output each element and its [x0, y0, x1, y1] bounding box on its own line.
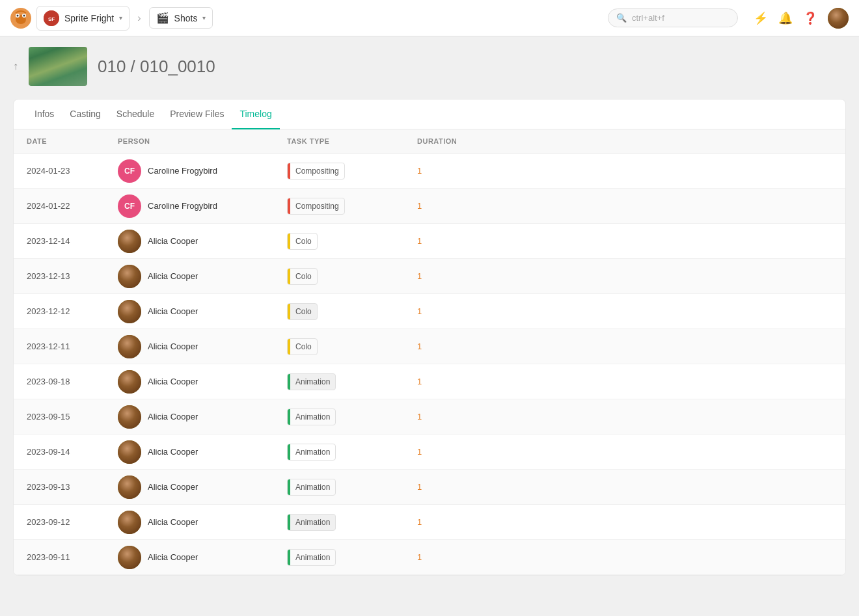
task-badge: Compositing [287, 198, 345, 215]
back-button[interactable]: ↑ [13, 60, 18, 72]
cell-duration: 1 [417, 306, 832, 316]
shots-selector[interactable]: 🎬 Shots ▾ [149, 7, 213, 29]
task-badge: Colo [287, 303, 318, 320]
task-badge: Colo [287, 268, 318, 285]
project-icon: SF [44, 10, 59, 26]
avatar [118, 546, 141, 569]
project-selector[interactable]: SF Sprite Fright ▾ [36, 6, 130, 31]
cell-task-type: Animation [287, 408, 417, 425]
task-label: Animation [290, 550, 335, 565]
avatar [118, 511, 141, 534]
cell-date: 2023-12-14 [27, 236, 118, 246]
avatar: CF [118, 194, 141, 218]
cell-date: 2023-09-15 [27, 412, 118, 422]
cell-date: 2023-12-12 [27, 306, 118, 316]
task-badge: Animation [287, 514, 336, 531]
svg-text:SF: SF [48, 16, 55, 22]
cell-duration: 1 [417, 447, 832, 457]
task-badge: Animation [287, 549, 336, 566]
cell-date: 2023-09-11 [27, 552, 118, 562]
help-icon[interactable]: ❓ [803, 11, 817, 25]
cell-duration: 1 [417, 552, 832, 562]
table-row: 2023-09-13Alicia CooperAnimation1 [14, 470, 845, 505]
task-label: Compositing [290, 164, 344, 178]
person-name: Alicia Cooper [148, 271, 198, 281]
table-row: 2023-12-13Alicia CooperColo1 [14, 259, 845, 294]
col-person: PERSON [118, 137, 287, 145]
task-badge: Animation [287, 479, 336, 496]
cell-person: Alicia Cooper [118, 265, 287, 288]
cell-task-type: Animation [287, 514, 417, 531]
tab-schedule[interactable]: Schedule [109, 100, 162, 129]
table-row: 2024-01-23CFCaroline FrogybirdCompositin… [14, 154, 845, 189]
task-label: Animation [290, 480, 335, 494]
cell-person: Alicia Cooper [118, 370, 287, 394]
bell-icon[interactable]: 🔔 [778, 11, 793, 25]
cell-task-type: Compositing [287, 198, 417, 215]
lightning-icon[interactable]: ⚡ [754, 11, 768, 25]
cell-duration: 1 [417, 201, 832, 211]
search-bar[interactable]: 🔍 ctrl+alt+f [608, 8, 738, 27]
breadcrumb-arrow: › [137, 12, 141, 24]
cell-task-type: Animation [287, 373, 417, 390]
cell-person: Alicia Cooper [118, 440, 287, 464]
shot-header: ↑ 010 / 010_0010 [13, 47, 846, 86]
tab-infos[interactable]: Infos [27, 100, 62, 129]
table-row: 2023-09-11Alicia CooperAnimation1 [14, 540, 845, 575]
cell-task-type: Animation [287, 479, 417, 496]
topbar: SF Sprite Fright ▾ › 🎬 Shots ▾ 🔍 ctrl+al… [0, 0, 859, 36]
table-row: 2023-09-15Alicia CooperAnimation1 [14, 399, 845, 435]
tab-preview-files[interactable]: Preview Files [162, 100, 232, 129]
cell-person: Alicia Cooper [118, 300, 287, 323]
cell-date: 2024-01-22 [27, 201, 118, 211]
cell-person: Alicia Cooper [118, 230, 287, 253]
cell-duration: 1 [417, 517, 832, 527]
avatar [118, 265, 141, 288]
table-row: 2023-09-12Alicia CooperAnimation1 [14, 505, 845, 540]
table-row: 2023-12-14Alicia CooperColo1 [14, 224, 845, 259]
task-label: Animation [290, 410, 335, 424]
user-avatar[interactable] [828, 8, 849, 29]
cell-person: Alicia Cooper [118, 511, 287, 534]
cell-date: 2023-12-13 [27, 271, 118, 281]
cell-duration: 1 [417, 412, 832, 422]
cell-task-type: Animation [287, 444, 417, 461]
cell-task-type: Compositing [287, 163, 417, 180]
cell-task-type: Colo [287, 303, 417, 320]
tab-timelog[interactable]: Timelog [232, 100, 279, 129]
avatar [118, 230, 141, 253]
cell-person: Alicia Cooper [118, 335, 287, 358]
app-logo[interactable] [10, 8, 31, 29]
main-card: Infos Casting Schedule Preview Files Tim… [13, 99, 846, 576]
table-row: 2023-09-18Alicia CooperAnimation1 [14, 364, 845, 399]
avatar [118, 370, 141, 394]
shots-label: Shots [174, 13, 198, 23]
shot-title: 010 / 010_0010 [98, 57, 215, 77]
cell-person: Alicia Cooper [118, 546, 287, 569]
avatar: CF [118, 159, 141, 183]
task-badge: Colo [287, 233, 318, 250]
avatar [118, 405, 141, 429]
cell-task-type: Colo [287, 338, 417, 355]
avatar [118, 335, 141, 358]
tab-casting[interactable]: Casting [62, 100, 108, 129]
table-row: 2023-12-11Alicia CooperColo1 [14, 329, 845, 364]
svg-point-4 [17, 14, 19, 16]
avatar [118, 440, 141, 464]
task-badge: Animation [287, 373, 336, 390]
table-row: 2024-01-22CFCaroline FrogybirdCompositin… [14, 189, 845, 224]
cell-duration: 1 [417, 482, 832, 492]
col-duration: DURATION [417, 137, 832, 145]
cell-duration: 1 [417, 341, 832, 351]
cell-date: 2023-09-18 [27, 377, 118, 386]
person-name: Alicia Cooper [148, 412, 198, 422]
avatar [118, 300, 141, 323]
search-placeholder: ctrl+alt+f [632, 13, 664, 23]
shot-thumbnail [29, 47, 87, 86]
cell-task-type: Colo [287, 268, 417, 285]
person-name: Alicia Cooper [148, 306, 198, 316]
cell-date: 2023-09-12 [27, 517, 118, 527]
table-scroll-area[interactable]: 2024-01-23CFCaroline FrogybirdCompositin… [14, 154, 845, 575]
cell-date: 2023-09-14 [27, 447, 118, 457]
table-row: 2023-12-12Alicia CooperColo1 [14, 294, 845, 329]
